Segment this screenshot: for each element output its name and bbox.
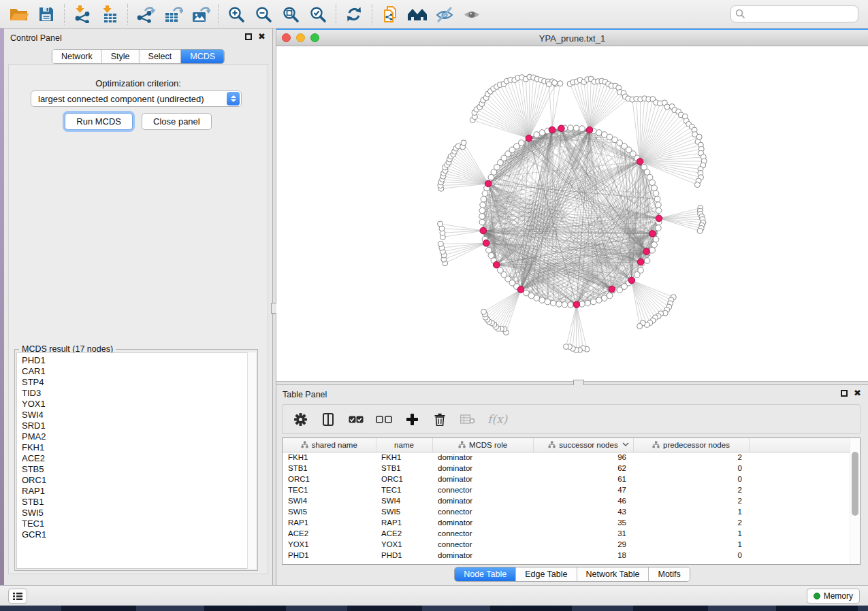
save-session-button[interactable] <box>33 2 60 27</box>
mcds-hub-node[interactable] <box>480 227 487 234</box>
network-node[interactable] <box>524 290 530 296</box>
network-node[interactable] <box>617 287 623 293</box>
mcds-hub-node[interactable] <box>628 277 635 284</box>
leaf-node[interactable] <box>637 323 643 329</box>
network-node[interactable] <box>649 180 656 186</box>
network-node[interactable] <box>585 300 591 306</box>
close-panel-icon[interactable]: ✖ <box>854 390 861 397</box>
mcds-result-item[interactable]: CAR1 <box>17 366 255 377</box>
table-scrollbar-thumb[interactable] <box>852 452 858 516</box>
network-window-titlebar[interactable]: YPA_prune.txt_1 <box>276 30 868 46</box>
table-settings-button[interactable] <box>292 410 308 429</box>
network-node[interactable] <box>596 297 602 303</box>
column-header-mcds-role[interactable]: MCDS role <box>432 438 533 452</box>
column-header-name[interactable]: name <box>376 438 432 452</box>
network-node[interactable] <box>573 125 579 131</box>
leaf-node[interactable] <box>546 82 551 87</box>
zoom-out-button[interactable] <box>250 2 277 27</box>
column-header-predecessor-nodes[interactable]: predecessor nodes <box>633 438 749 452</box>
network-node[interactable] <box>568 125 574 131</box>
mcds-hub-node[interactable] <box>526 135 532 142</box>
mcds-result-item[interactable]: STB1 <box>17 497 255 508</box>
mcds-hub-node[interactable] <box>485 180 492 187</box>
mcds-hub-node[interactable] <box>493 261 500 268</box>
table-row[interactable]: FKH1FKH1dominator962 <box>283 452 851 463</box>
function-builder-button[interactable]: f(x) <box>487 412 507 426</box>
network-node[interactable] <box>653 191 659 197</box>
tab-mcds[interactable]: MCDS <box>181 50 224 63</box>
close-panel-button[interactable]: Close panel <box>142 113 212 130</box>
table-row[interactable]: SWI4SWI4dominator462 <box>283 495 851 506</box>
show-columns-button[interactable] <box>320 410 336 429</box>
network-node[interactable] <box>656 225 662 231</box>
network-canvas[interactable] <box>276 46 868 381</box>
leaf-node[interactable] <box>461 140 466 146</box>
network-node[interactable] <box>498 267 504 274</box>
zoom-in-button[interactable] <box>223 2 250 27</box>
network-node[interactable] <box>539 130 545 136</box>
network-node[interactable] <box>656 208 662 214</box>
mcds-hub-node[interactable] <box>573 301 580 308</box>
column-header-successor-nodes[interactable]: successor nodes <box>533 438 633 452</box>
network-node[interactable] <box>590 299 596 305</box>
mcds-result-item[interactable]: ORC1 <box>17 475 255 486</box>
show-all-button[interactable] <box>458 2 485 27</box>
mcds-result-item[interactable]: RAP1 <box>17 486 255 497</box>
mcds-result-item[interactable]: STB5 <box>17 464 255 475</box>
network-node[interactable] <box>656 202 662 208</box>
close-panel-icon[interactable]: ✖ <box>258 33 266 40</box>
tab-network-table[interactable]: Network Table <box>577 567 649 581</box>
network-node[interactable] <box>550 300 556 306</box>
export-image-button[interactable] <box>187 2 214 27</box>
network-node[interactable] <box>481 196 487 202</box>
network-node[interactable] <box>568 302 574 308</box>
mcds-hub-node[interactable] <box>656 215 662 222</box>
network-node[interactable] <box>539 297 545 303</box>
export-network-button[interactable] <box>132 2 159 27</box>
network-node[interactable] <box>518 140 524 146</box>
add-column-button[interactable] <box>404 410 420 429</box>
network-node[interactable] <box>652 185 658 191</box>
mcds-result-item[interactable]: PMA2 <box>17 431 255 442</box>
mcds-result-item[interactable]: ACE2 <box>17 453 255 464</box>
network-node[interactable] <box>479 219 485 225</box>
float-panel-icon[interactable] <box>841 390 848 397</box>
tab-style[interactable]: Style <box>102 50 140 63</box>
zoom-selected-button[interactable] <box>304 2 332 27</box>
import-network-button[interactable] <box>69 2 96 27</box>
leaf-node[interactable] <box>563 344 568 350</box>
leaf-node[interactable] <box>558 81 563 86</box>
mcds-result-item[interactable]: SRD1 <box>17 420 255 431</box>
mcds-result-item[interactable]: TID3 <box>17 388 255 399</box>
mcds-list-scrollbar[interactable] <box>247 352 256 569</box>
mcds-result-item[interactable]: SWI4 <box>17 410 255 420</box>
network-node[interactable] <box>653 236 659 242</box>
network-node[interactable] <box>480 202 486 208</box>
leaf-node[interactable] <box>697 228 703 233</box>
network-node[interactable] <box>596 130 602 136</box>
network-node[interactable] <box>556 301 562 308</box>
network-node[interactable] <box>479 214 485 220</box>
mcds-result-item[interactable]: YOX1 <box>17 399 255 410</box>
mcds-hub-node[interactable] <box>637 159 643 165</box>
network-node[interactable] <box>579 126 585 132</box>
tab-motifs[interactable]: Motifs <box>649 567 689 581</box>
tab-edge-table[interactable]: Edge Table <box>516 567 577 581</box>
leaf-node[interactable] <box>481 309 487 314</box>
network-node[interactable] <box>634 271 640 278</box>
network-node[interactable] <box>644 258 650 264</box>
mcds-result-list[interactable]: PHD1CAR1STP4TID3YOX1SWI4SRD1PMA2FKH1ACE2… <box>16 352 256 569</box>
column-header-shared-name[interactable]: shared name <box>283 438 376 452</box>
network-node[interactable] <box>486 247 492 253</box>
delete-table-button[interactable] <box>460 410 476 429</box>
table-row[interactable]: YOX1YOX1connector291 <box>283 539 851 550</box>
mcds-hub-node[interactable] <box>643 248 650 255</box>
mcds-hub-node[interactable] <box>586 127 593 133</box>
network-node[interactable] <box>545 299 551 305</box>
hide-selected-button[interactable] <box>431 2 458 27</box>
mcds-hub-node[interactable] <box>483 240 489 247</box>
mcds-result-item[interactable]: TEC1 <box>17 518 255 529</box>
mcds-result-item[interactable]: STP4 <box>17 377 255 388</box>
mcds-hub-node[interactable] <box>517 286 524 293</box>
mcds-result-item[interactable]: FKH1 <box>17 442 255 453</box>
